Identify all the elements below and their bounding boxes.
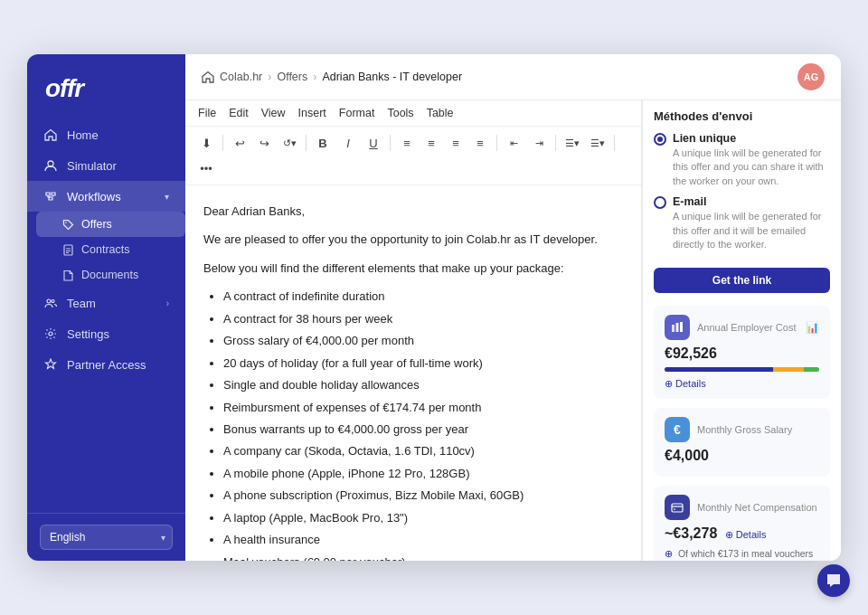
toolbar-align-center[interactable]: ≡ — [420, 131, 443, 155]
menu-insert[interactable]: Insert — [298, 107, 326, 119]
sidebar-item-offers-label: Offers — [81, 218, 112, 231]
progress-seg-blue — [665, 367, 773, 372]
menu-table[interactable]: Table — [427, 107, 454, 119]
breadcrumb-sep-1: › — [268, 71, 271, 83]
toolbar-sep-5 — [555, 135, 556, 151]
svg-rect-7 — [676, 323, 679, 332]
radio-lien-dot — [654, 133, 666, 146]
content-area: File Edit View Insert Format Tools Table… — [185, 100, 841, 561]
sub-nav: Offers Contracts — [27, 212, 185, 288]
net-compensation-value: ~€3,278 ⊕ Details — [665, 525, 819, 542]
radio-lien-label[interactable]: Lien unique A unique link will be genera… — [654, 132, 830, 188]
toolbar-outdent[interactable]: ⇤ — [502, 131, 525, 155]
sidebar-item-documents[interactable]: Documents — [36, 262, 185, 288]
breadcrumb-colab[interactable]: Colab.hr — [220, 71, 262, 83]
methods-title: Méthodes d'envoi — [654, 109, 830, 123]
logo: offr — [27, 54, 185, 119]
menu-view[interactable]: View — [261, 107, 286, 119]
list-item: A contract of indefinite duration — [223, 287, 623, 306]
right-panel: Méthodes d'envoi Lien unique A unique li… — [642, 100, 841, 561]
radio-email-label[interactable]: E-mail A unique link will be generated f… — [654, 195, 830, 251]
employer-cost-progress-fill — [665, 367, 819, 372]
sidebar-item-simulator[interactable]: Simulator — [27, 150, 185, 181]
menu-file[interactable]: File — [198, 107, 216, 119]
editor-list: A contract of indefinite durationA contr… — [203, 287, 623, 561]
note-icon-1: ⊕ — [665, 548, 673, 559]
sidebar-item-contracts[interactable]: Contracts — [36, 237, 185, 262]
list-item: A health insurance — [223, 530, 623, 549]
progress-seg-orange — [773, 367, 804, 372]
toolbar-align-justify[interactable]: ≡ — [468, 131, 492, 155]
app-container: offr Home Simulator — [27, 54, 841, 561]
list-item: Meal vouchers (€8.00 per voucher) — [223, 553, 623, 561]
toolbar-indent[interactable]: ⇥ — [527, 131, 551, 155]
toolbar-align-right[interactable]: ≡ — [444, 131, 467, 155]
toolbar-redo[interactable]: ↪ — [252, 131, 276, 155]
toolbar-numbered-list[interactable]: ☰▾ — [586, 131, 609, 155]
sidebar-item-settings[interactable]: Settings — [27, 318, 185, 349]
svg-rect-8 — [680, 322, 683, 332]
toolbar-sep-4 — [496, 135, 497, 151]
language-select[interactable]: English French Dutch — [40, 525, 173, 550]
sidebar-item-home[interactable]: Home — [27, 119, 185, 150]
sidebar-item-team[interactable]: Team › — [27, 288, 185, 318]
stat-card-employer-cost: Annual Employer Cost 📊 €92,526 ⊕ Details — [654, 306, 830, 399]
list-item: Single and double holiday allowances — [223, 375, 623, 394]
menu-tools[interactable]: Tools — [387, 107, 413, 119]
svg-point-0 — [48, 161, 53, 166]
radio-lien-title: Lien unique — [673, 132, 830, 145]
radio-lien-text: Lien unique A unique link will be genera… — [673, 132, 830, 188]
chat-button[interactable] — [817, 564, 850, 597]
menu-edit[interactable]: Edit — [229, 107, 249, 119]
editor-panel: File Edit View Insert Format Tools Table… — [185, 100, 642, 561]
toolbar-export[interactable]: ⬇ — [194, 131, 218, 155]
employer-cost-title: Annual Employer Cost — [697, 322, 798, 333]
radio-email-title: E-mail — [673, 195, 830, 208]
radio-option-lien: Lien unique A unique link will be genera… — [654, 132, 830, 188]
radio-email-text: E-mail A unique link will be generated f… — [673, 195, 830, 251]
sidebar-item-documents-label: Documents — [81, 269, 138, 281]
editor-toolbar: ⬇ ↩ ↪ ↺▾ B I U ≡ ≡ ≡ ≡ — [185, 127, 641, 185]
list-item: Bonus warrants up to €4,000.00 gross per… — [223, 420, 623, 439]
toolbar-undo[interactable]: ↩ — [228, 131, 251, 155]
toolbar-italic[interactable]: I — [336, 131, 360, 155]
stat-card-net-compensation: Monthly Net Compensation ~€3,278 ⊕ Detai… — [654, 486, 830, 561]
toolbar-bullet-list[interactable]: ☰▾ — [561, 131, 584, 155]
settings-icon — [43, 326, 58, 341]
topbar: Colab.hr › Offers › Adrian Banks - IT de… — [185, 54, 841, 100]
avatar[interactable]: AG — [797, 63, 825, 90]
editor-para1: We are pleased to offer you the opportun… — [203, 230, 623, 249]
svg-point-1 — [65, 222, 67, 223]
toolbar-align-left[interactable]: ≡ — [395, 131, 419, 155]
menu-format[interactable]: Format — [339, 107, 375, 119]
employer-cost-details[interactable]: ⊕ Details — [665, 378, 706, 389]
svg-point-5 — [49, 332, 52, 336]
sidebar-item-offers[interactable]: Offers — [36, 212, 185, 237]
employer-cost-chart-icon[interactable]: 📊 — [806, 321, 819, 334]
sidebar-item-workflows[interactable]: Workflows ▾ — [27, 181, 185, 212]
employer-cost-icon — [665, 315, 690, 340]
toolbar-bold[interactable]: B — [311, 131, 335, 155]
employer-cost-progress — [665, 367, 819, 372]
radio-option-email: E-mail A unique link will be generated f… — [654, 195, 830, 251]
editor-body[interactable]: Dear Adrian Banks, We are pleased to off… — [185, 185, 641, 561]
toolbar-more[interactable]: ••• — [194, 156, 218, 180]
toolbar-sep-3 — [390, 135, 391, 151]
svg-point-10 — [674, 508, 675, 510]
gross-salary-icon: € — [665, 417, 690, 442]
toolbar-sep-1 — [222, 135, 223, 151]
list-item: Reimbursment of expenses of €174.74 per … — [223, 398, 623, 417]
contracts-icon — [61, 243, 74, 256]
net-compensation-details-link[interactable]: ⊕ Details — [725, 529, 767, 540]
partner-icon — [43, 357, 58, 372]
documents-icon — [61, 269, 74, 281]
get-link-button[interactable]: Get the link — [654, 268, 830, 293]
team-arrow-icon: › — [166, 298, 169, 308]
toolbar-format-clear[interactable]: ↺▾ — [278, 131, 301, 155]
sidebar-item-contracts-label: Contracts — [81, 243, 130, 256]
sidebar-item-partner[interactable]: Partner Access — [27, 349, 185, 380]
svg-point-4 — [52, 300, 54, 303]
list-item: A mobile phone (Apple, iPhone 12 Pro, 12… — [223, 464, 623, 483]
breadcrumb-offers[interactable]: Offers — [277, 71, 307, 83]
toolbar-underline[interactable]: U — [362, 131, 385, 155]
